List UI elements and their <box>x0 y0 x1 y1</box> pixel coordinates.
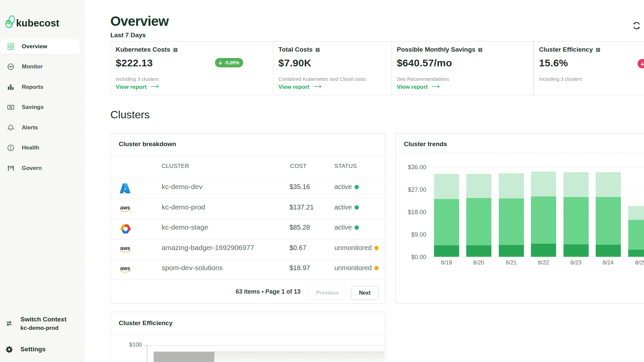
svg-text:aws: aws <box>120 205 130 210</box>
svg-text:aws: aws <box>120 245 130 251</box>
svg-text:aws: aws <box>120 265 130 271</box>
